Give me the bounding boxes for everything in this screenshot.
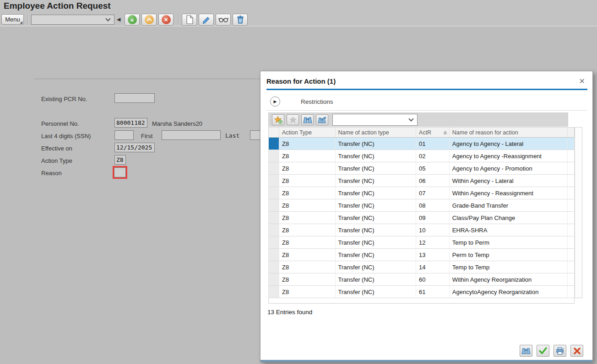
find-button[interactable] (301, 114, 314, 125)
row-select-cell[interactable] (269, 175, 279, 187)
row-select-cell[interactable] (269, 249, 279, 261)
reason-input[interactable] (114, 167, 126, 177)
row-filler-cell (568, 175, 574, 187)
col-header-actr[interactable]: ActR (416, 128, 450, 137)
row-select-cell[interactable] (269, 150, 279, 162)
table-cell: Z8 (279, 175, 336, 187)
row-select-cell[interactable] (269, 236, 279, 249)
table-cell: Transfer (NC) (336, 175, 416, 187)
dialog-find-button[interactable] (520, 345, 532, 357)
table-cell: Z8 (279, 212, 336, 224)
favorite-star-icon (274, 115, 283, 124)
dialog-print-button[interactable] (554, 345, 566, 357)
row-select-cell[interactable] (269, 162, 279, 175)
cancel-icon: ✕ (162, 15, 171, 24)
close-icon[interactable]: ✕ (579, 77, 585, 86)
table-row[interactable]: Z8Transfer (NC)09Class/Pay Plan Change (268, 212, 575, 224)
first-name-input[interactable] (162, 130, 221, 140)
col-header-name-of-reason[interactable]: Name of reason for action (450, 128, 568, 137)
restrictions-expand-button[interactable]: ▶ (270, 96, 280, 107)
row-select-cell[interactable] (269, 224, 279, 236)
table-cell: Transfer (NC) (336, 224, 416, 236)
personnel-no-label: Personnel No. (41, 120, 79, 127)
dialog-accept-button[interactable] (537, 345, 549, 357)
table-row[interactable]: Z8Transfer (NC)05Agency to Agency - Prom… (268, 162, 575, 175)
table-row[interactable]: Z8Transfer (NC)02Agency to Agency -Reass… (268, 150, 575, 162)
table-cell: 08 (416, 199, 450, 212)
header-filler-cell (568, 128, 574, 137)
table-row[interactable]: Z8Transfer (NC)07Within Agency - Reassig… (268, 187, 575, 199)
existing-pcr-label: Existing PCR No. (41, 96, 87, 102)
table-row[interactable]: Z8Transfer (NC)10EHRA-SHRA (268, 224, 575, 236)
effective-date-input[interactable] (114, 143, 155, 152)
action-type-label: Action Type (41, 157, 72, 164)
remove-from-personal-list-button[interactable] (287, 114, 299, 125)
table-row[interactable]: Z8Transfer (NC)60Within Agency Reorganiz… (268, 273, 575, 286)
row-select-cell[interactable] (269, 273, 279, 286)
table-row[interactable]: Z8Transfer (NC)08Grade-Band Transfer (268, 199, 575, 212)
delete-button[interactable] (233, 14, 248, 26)
create-button[interactable] (182, 14, 197, 26)
table-cell: Transfer (NC) (336, 273, 416, 286)
row-select-cell[interactable] (269, 286, 279, 298)
red-x-icon (573, 347, 581, 355)
col-header-name-of-action-type[interactable]: Name of action type (336, 128, 416, 137)
menu-button-label: Menu (5, 16, 20, 23)
restrictions-label: Restrictions (301, 98, 333, 105)
table-row[interactable]: Z8Transfer (NC)01Agency to Agency - Late… (268, 138, 575, 150)
table-cell: Temp to Temp (450, 261, 568, 273)
reason-for-action-dialog: Reason for Action (1) ✕ ▶ Restrictions (260, 71, 593, 362)
table-cell: 14 (416, 261, 450, 273)
page-title: Employee Action Request (4, 1, 111, 11)
table-cell: Transfer (NC) (336, 199, 416, 212)
row-select-cell[interactable] (269, 187, 279, 199)
row-select-cell[interactable] (269, 261, 279, 273)
table-vertical-scrollbar[interactable] (575, 127, 582, 298)
menu-button[interactable]: Menu ◢ (1, 14, 24, 25)
row-select-cell[interactable] (269, 199, 279, 212)
first-name-label: First (141, 133, 152, 139)
personnel-no-input[interactable] (114, 118, 147, 128)
collapse-toolbar-icon[interactable]: ◀ (117, 16, 120, 22)
pencil-icon (202, 15, 211, 24)
table-cell: Transfer (NC) (336, 249, 416, 261)
row-filler-cell (568, 212, 574, 224)
cancel-button[interactable]: ✕ (158, 14, 174, 26)
binoculars-icon (521, 347, 531, 355)
personal-list-combo[interactable] (332, 114, 418, 126)
table-cell: 09 (416, 212, 450, 224)
dialog-cancel-button[interactable] (570, 345, 583, 357)
table-row[interactable]: Z8Transfer (NC)14Temp to Temp (268, 261, 575, 273)
header-select-cell (269, 128, 279, 137)
table-row[interactable]: Z8Transfer (NC)12Temp to Perm (268, 236, 575, 249)
table-row[interactable]: Z8Transfer (NC)61AgencytoAgency Reorgani… (268, 286, 575, 298)
exit-button[interactable] (141, 14, 157, 26)
action-type-input[interactable] (114, 155, 126, 165)
row-filler-cell (568, 261, 574, 273)
add-to-personal-list-button[interactable] (272, 114, 284, 125)
existing-pcr-input[interactable] (114, 93, 155, 103)
table-row[interactable]: Z8Transfer (NC)06Within Agency - Lateral (268, 175, 575, 187)
table-row[interactable]: Z8Transfer (NC)13Perm to Temp (268, 249, 575, 261)
edit-button[interactable] (199, 14, 214, 26)
chevron-down-icon[interactable] (408, 116, 413, 121)
table-cell: Class/Pay Plan Change (450, 212, 568, 224)
display-button[interactable] (216, 14, 231, 26)
table-cell: 01 (416, 138, 450, 150)
new-document-icon (185, 15, 194, 24)
row-select-cell[interactable] (269, 212, 279, 224)
dialog-bottom-bar (261, 360, 592, 362)
find-next-button[interactable] (316, 114, 328, 125)
ssn-input[interactable] (114, 130, 134, 140)
chevron-down-icon[interactable] (105, 16, 110, 21)
col-header-action-type[interactable]: Action Type (279, 128, 336, 137)
entries-found-text: 13 Entries found (267, 309, 312, 316)
binoculars-icon (303, 116, 312, 124)
last-name-label: Last (225, 132, 239, 139)
back-button[interactable]: « (125, 14, 140, 26)
binoculars-next-icon (318, 116, 327, 124)
command-field[interactable] (31, 15, 114, 25)
menu-corner-icon: ◢ (20, 21, 22, 24)
row-select-cell[interactable] (269, 138, 279, 150)
table-cell: Z8 (279, 261, 336, 273)
